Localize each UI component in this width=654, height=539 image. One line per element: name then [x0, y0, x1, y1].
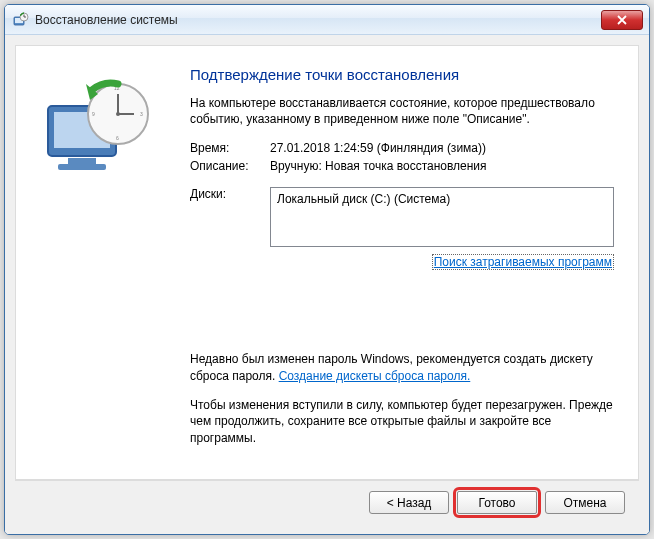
cancel-button[interactable]: Отмена	[545, 491, 625, 514]
restore-icon	[13, 12, 29, 28]
password-note: Недавно был изменен пароль Windows, реко…	[190, 351, 614, 385]
time-value: 27.01.2018 1:24:59 (Финляндия (зима))	[270, 141, 614, 155]
system-restore-window: Восстановление системы	[4, 4, 650, 535]
close-button[interactable]	[601, 10, 643, 30]
disks-label: Диски:	[190, 187, 270, 247]
description-value: Вручную: Новая точка восстановления	[270, 159, 614, 173]
back-button[interactable]: < Назад	[369, 491, 449, 514]
time-label: Время:	[190, 141, 270, 155]
restart-note: Чтобы изменения вступили в силу, компьют…	[190, 397, 614, 447]
button-bar: < Назад Готово Отмена	[15, 480, 639, 524]
password-reset-disk-link[interactable]: Создание дискеты сброса пароля.	[279, 369, 471, 383]
content-area: 12 3 6 9 Подтверждение точки восстановле…	[5, 35, 649, 534]
description-label: Описание:	[190, 159, 270, 173]
restore-graphic: 12 3 6 9	[40, 76, 160, 186]
svg-text:3: 3	[140, 111, 143, 117]
page-heading: Подтверждение точки восстановления	[190, 66, 614, 83]
svg-rect-7	[58, 164, 106, 170]
scan-programs-link[interactable]: Поиск затрагиваемых программ	[432, 254, 614, 270]
disks-listbox[interactable]: Локальный диск (C:) (Система)	[270, 187, 614, 247]
window-title: Восстановление системы	[35, 13, 601, 27]
intro-text: На компьютере восстанавливается состояни…	[190, 95, 614, 127]
svg-text:6: 6	[116, 135, 119, 141]
svg-rect-6	[68, 158, 96, 164]
svg-text:9: 9	[92, 111, 95, 117]
disks-item: Локальный диск (C:) (Система)	[277, 192, 450, 206]
finish-button[interactable]: Готово	[457, 491, 537, 514]
titlebar[interactable]: Восстановление системы	[5, 5, 649, 35]
